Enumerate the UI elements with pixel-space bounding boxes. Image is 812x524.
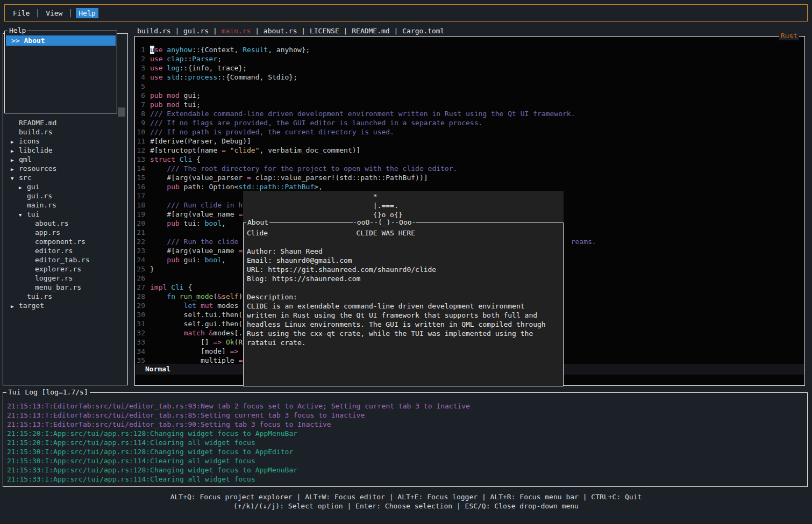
code-token: ::{Command, Stdio};: [217, 73, 297, 81]
line-number: 17: [137, 191, 145, 200]
tree-item-build-rs[interactable]: build.rs: [6, 127, 126, 137]
line-number: 22: [137, 237, 145, 246]
line-number: 4: [137, 73, 145, 82]
tree-item-qml[interactable]: ▶qml: [6, 155, 126, 164]
tree-item-libclide[interactable]: ▶libclide: [6, 146, 126, 155]
code-line-15[interactable]: 15 #[arg(value_parser = clap::value_pars…: [136, 173, 804, 182]
file-tree: README.mdbuild.rs▶icons▶libclide▶qml▶res…: [6, 118, 126, 310]
tab-build-rs[interactable]: build.rs: [137, 27, 171, 35]
code-token: mut: [201, 302, 213, 310]
code-line-8[interactable]: 8/// Extendable command-line driven deve…: [136, 109, 804, 118]
line-number: 21: [137, 228, 145, 237]
help-dropdown-item-about[interactable]: >> About: [6, 35, 116, 46]
code-token: &: [217, 292, 222, 300]
log-entry: 21:15:20:I:App:src/tui/app.rs:128:Changi…: [7, 429, 805, 438]
menu-item-view[interactable]: View: [43, 8, 65, 18]
code-token: log: [167, 64, 179, 72]
code-token: std::path::PathBuf: [238, 183, 314, 191]
tree-item-label: gui.rs: [27, 192, 52, 200]
code-token: std: [167, 73, 179, 81]
language-badge: Rust: [779, 32, 799, 40]
help-dropdown-title: Help: [8, 26, 27, 35]
code-line-14[interactable]: 14 /// The root directory for the projec…: [136, 164, 804, 173]
line-number: 19: [137, 210, 145, 219]
code-token: (R: [234, 338, 243, 346]
code-line-13[interactable]: 13struct Cli {: [136, 155, 804, 164]
tree-item-gui[interactable]: ▶gui: [6, 182, 126, 191]
explorer-scrollbar-thumb[interactable]: [118, 107, 125, 117]
code-line-4[interactable]: 4use std::process::{Command, Stdio};: [136, 73, 804, 82]
line-number: 33: [137, 338, 145, 347]
tab-gui-rs[interactable]: gui.rs: [183, 27, 209, 35]
code-line-2[interactable]: 2use clap::Parser;: [136, 54, 804, 63]
tree-item-label: libclide: [19, 146, 53, 154]
code-token: []: [150, 338, 213, 346]
menu-item-help[interactable]: Help: [76, 8, 98, 18]
tree-item-label: about.rs: [35, 219, 69, 227]
line-number: 23: [137, 246, 145, 255]
tab-Cargo-toml[interactable]: Cargo.toml: [402, 27, 444, 35]
code-token: Result: [243, 46, 268, 54]
code-token: ::{info, trace};: [180, 64, 247, 72]
code-token: =: [238, 356, 243, 364]
tab-main-rs[interactable]: main.rs: [222, 27, 251, 35]
line-number: 20: [137, 219, 145, 228]
tree-item-about-rs[interactable]: about.rs: [6, 219, 126, 228]
code-token: #[arg(value_name: [150, 210, 238, 218]
code-line-16[interactable]: 16 pub path: Option<std::path::PathBuf>,: [136, 182, 804, 191]
tui-log-title: Tui Log [log=1.7/s]: [6, 388, 90, 397]
code-token: clap: [167, 55, 183, 63]
tree-item-app-rs[interactable]: app.rs: [6, 228, 126, 237]
tree-item-resources[interactable]: ▶resources: [6, 164, 126, 173]
tree-item-menu_bar-rs[interactable]: menu_bar.rs: [6, 283, 126, 292]
code-token: {: [184, 283, 193, 291]
code-token: use: [150, 64, 162, 72]
tab-LICENSE[interactable]: LICENSE: [310, 27, 339, 35]
line-number: 34: [137, 347, 145, 356]
line-number: 16: [137, 182, 145, 191]
tab-README-md[interactable]: README.md: [352, 27, 389, 35]
menu-separator: │: [68, 9, 73, 18]
code-token: mod: [167, 91, 179, 99]
code-line-7[interactable]: 7pub mod tui;: [136, 100, 804, 109]
menu-item-file[interactable]: File: [10, 8, 32, 18]
code-token: Cli: [180, 155, 192, 163]
tree-item-tui-rs[interactable]: tui.rs: [6, 292, 126, 301]
tree-item-src[interactable]: ▼src: [6, 173, 126, 182]
code-token: [150, 302, 184, 310]
line-number: 11: [137, 137, 145, 146]
code-token: let: [184, 302, 196, 310]
line-number: 3: [137, 63, 145, 73]
tree-item-README-md[interactable]: README.md: [6, 118, 126, 127]
code-token: tui;: [180, 101, 201, 109]
code-token: self.tui.then(: [150, 311, 243, 319]
code-token: Cli: [171, 283, 183, 291]
code-line-9[interactable]: 9/// If no flags are provided, the GUI e…: [136, 118, 804, 127]
tree-item-tui[interactable]: ▼tui: [6, 210, 126, 219]
code-token: ,: [222, 256, 226, 264]
code-line-3[interactable]: 3use log::{info, trace};: [136, 63, 804, 73]
tree-item-logger-rs[interactable]: logger.rs: [6, 274, 126, 283]
code-line-1[interactable]: 1use anyhow::{Context, Result, anyhow};: [136, 45, 804, 54]
tree-item-gui-rs[interactable]: gui.rs: [6, 191, 126, 200]
menu-separator: │: [35, 9, 40, 18]
tree-item-label: tui: [27, 210, 39, 218]
tree-item-editor-rs[interactable]: editor.rs: [6, 246, 126, 255]
tree-item-editor_tab-rs[interactable]: editor_tab.rs: [6, 255, 126, 264]
tree-item-explorer-rs[interactable]: explorer.rs: [6, 264, 126, 274]
tree-item-main-rs[interactable]: main.rs: [6, 200, 126, 210]
tree-item-component-rs[interactable]: component.rs: [6, 237, 126, 246]
code-token: self: [222, 292, 238, 300]
code-line-10[interactable]: 10/// If no path is provided, the curren…: [136, 127, 804, 137]
code-token: [150, 183, 167, 191]
tab-about-rs[interactable]: about.rs: [263, 27, 297, 35]
code-line-12[interactable]: 12#[structopt(name = "clide", verbatim_d…: [136, 146, 804, 155]
tree-item-label: editor_tab.rs: [35, 256, 90, 264]
code-token: /// Run clide in h: [150, 201, 243, 209]
code-token: [150, 292, 167, 300]
code-line-11[interactable]: 11#[derive(Parser, Debug)]: [136, 137, 804, 146]
tree-item-target[interactable]: ▶target: [6, 301, 126, 310]
code-line-5[interactable]: 5: [136, 82, 804, 91]
tree-item-icons[interactable]: ▶icons: [6, 137, 126, 146]
code-line-6[interactable]: 6pub mod gui;: [136, 91, 804, 100]
